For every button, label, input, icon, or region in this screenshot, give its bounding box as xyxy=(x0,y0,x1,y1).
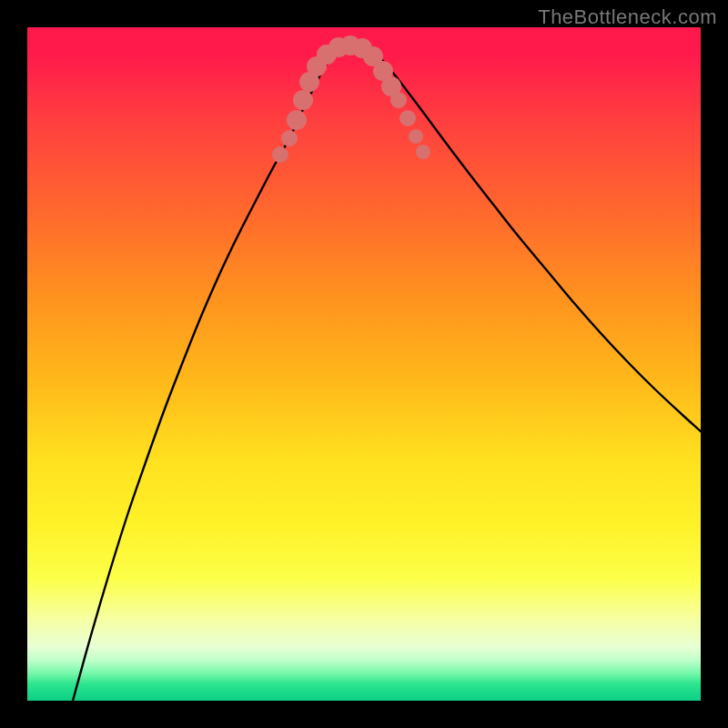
watermark-text: TheBottleneck.com xyxy=(538,5,717,29)
data-marker xyxy=(272,147,288,163)
data-marker xyxy=(287,110,307,130)
data-marker xyxy=(399,110,416,126)
curve-right-curve xyxy=(362,46,701,431)
data-marker xyxy=(281,130,298,147)
data-marker xyxy=(409,129,423,144)
data-marker xyxy=(293,90,313,110)
plot-area xyxy=(27,27,701,701)
data-marker xyxy=(416,145,430,159)
chart-svg xyxy=(27,27,701,701)
data-marker xyxy=(390,92,407,108)
chart-frame: TheBottleneck.com xyxy=(0,0,728,728)
curve-left-curve xyxy=(73,46,348,701)
